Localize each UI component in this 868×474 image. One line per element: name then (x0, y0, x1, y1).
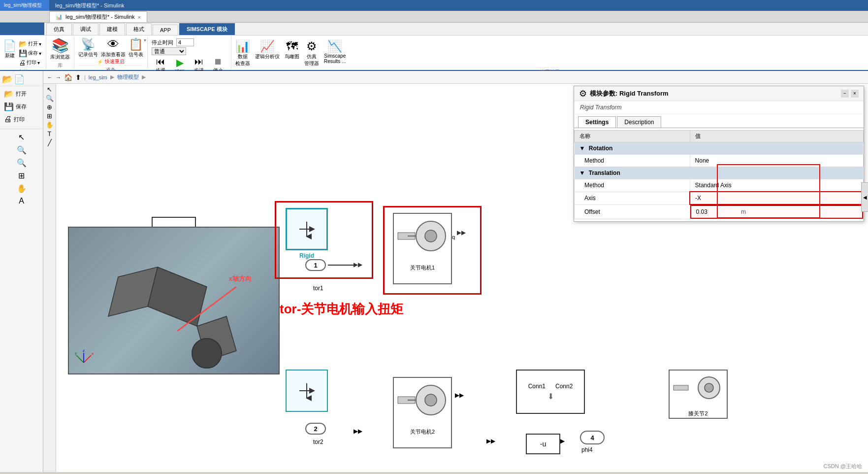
nav-home[interactable]: 🏠 (64, 73, 72, 81)
conn-block[interactable]: Conn1 Conn2 ⬇ (516, 370, 585, 414)
sidebar-file-open[interactable]: 📂打开 (0, 88, 43, 100)
home-area (0, 23, 44, 35)
rigid-block[interactable] (286, 208, 328, 250)
print-btn[interactable]: 🖨打印▾ (17, 58, 43, 67)
signal-table-btn[interactable]: 📋 信号表 ▾ (129, 37, 143, 58)
knee-label: 膝关节2 (670, 410, 727, 417)
save-btn[interactable]: 💾保存▾ (17, 49, 43, 58)
add-viewer-btn[interactable]: 👁 添加查看器 (101, 37, 126, 58)
circle-block-2[interactable]: 2 (305, 423, 326, 435)
x-axis-text: x轴方向 (229, 275, 252, 282)
knee-block[interactable]: 膝关节2 (669, 370, 728, 419)
library-browser-btn[interactable]: 📚 库浏览器 (50, 37, 70, 61)
tool-fit[interactable]: ⊞ (47, 112, 52, 120)
panel-collapse-handle[interactable]: ◀ (861, 182, 868, 212)
translation-axis-value[interactable]: -X (690, 192, 863, 204)
new-btn[interactable]: 📄 新建 (3, 39, 16, 59)
tool-hand[interactable]: ✋ (46, 121, 54, 129)
motor1-label: 关节电机1 (394, 263, 451, 272)
axis-value-text: -X (695, 195, 701, 202)
rotation-method-row: Method None (575, 155, 864, 167)
fit-tool[interactable]: ⊞ (0, 169, 43, 182)
panel-close-btn[interactable]: × (851, 90, 859, 98)
sidebar-new-btn[interactable]: 📄 (14, 74, 25, 85)
svg-line-12 (76, 355, 84, 363)
tab-simulation[interactable]: 仿真 (46, 23, 72, 35)
rotation-section-header[interactable]: ▼ Rotation (575, 142, 864, 155)
tab-close[interactable]: × (138, 14, 141, 20)
tab-app[interactable]: APP (153, 25, 178, 35)
tor1-label: tor1 (313, 285, 323, 292)
sidebar-file-print[interactable]: 🖨打印 (0, 113, 43, 125)
motor-block-2[interactable]: 关节电机2 (393, 377, 452, 448)
connector-1-motor (328, 265, 357, 266)
double-arrow-after-motor1: ▶▶ (457, 229, 466, 236)
tab-modeling[interactable]: 建模 (99, 23, 125, 35)
zoom-in-tool[interactable]: 🔍 (0, 144, 43, 156)
motor2-label: 关节电机2 (394, 427, 451, 437)
open-btn[interactable]: 📂打开▾ (17, 39, 43, 48)
zoom-out-tool[interactable]: 🔍 (0, 157, 43, 169)
text-tool[interactable]: A (0, 195, 43, 207)
translation-offset-value[interactable]: 0.03 m (690, 205, 863, 219)
fast-restart-btn[interactable]: ⚡快速重启 (97, 58, 125, 65)
svg-point-3 (425, 230, 437, 242)
panel-subtitle: Rigid Transform (574, 101, 864, 114)
coord-indicator: x y z (74, 348, 94, 369)
document-tabs: 📊 leg_sim/物理模型* - Simulink × (0, 11, 868, 23)
mode-select[interactable]: 普通 (152, 47, 186, 55)
tool-arrow[interactable]: ↖ (47, 86, 52, 93)
conn-block-arrow: ⬇ (547, 392, 554, 401)
panel-table-container: 名称 值 ▼ Rotation (574, 128, 864, 221)
breadcrumb-model[interactable]: 物理模型 (117, 73, 139, 81)
record-signal-btn[interactable]: 📡 记录信号 (78, 37, 98, 58)
panel-tab-settings[interactable]: Settings (578, 116, 616, 128)
panel-minimize-btn[interactable]: − (841, 90, 849, 98)
motor-block-1[interactable]: 关节电机1 (393, 213, 452, 284)
translation-header-text: Translation (589, 169, 620, 176)
tab-format[interactable]: 格式 (126, 23, 152, 35)
bird-view-btn[interactable]: 🗺 鸟瞰图 (285, 39, 299, 60)
breadcrumb-legsim[interactable]: leg_sim (89, 74, 107, 80)
stop-time-input[interactable] (176, 38, 194, 46)
nav-back[interactable]: ← (47, 74, 53, 80)
rigid-label[interactable]: Rigid (299, 252, 314, 259)
col-value: 值 (690, 131, 863, 142)
sidebar-file-save[interactable]: 💾保存 (0, 101, 43, 113)
circle-2-label: 2 (314, 425, 317, 433)
simscape-results-btn[interactable]: 📉 SimscapeResults ... (324, 39, 346, 64)
active-tab[interactable]: 📊 leg_sim/物理模型* - Simulink × (49, 11, 147, 22)
svg-point-24 (705, 383, 713, 392)
sidebar-open-btn[interactable]: 📂 (2, 74, 13, 85)
tool-line[interactable]: ╱ (48, 139, 52, 146)
panel-subtitle-text: Rigid Transform (580, 104, 621, 111)
tool-zoom-out[interactable]: ⊕ (47, 103, 52, 111)
nav-up[interactable]: ⬆ (75, 73, 81, 81)
tool-zoom-in[interactable]: 🔍 (46, 95, 54, 102)
tab-simscape[interactable]: SIMSCAPE 模块 (179, 23, 235, 35)
offset-value-text: 0.03 (696, 208, 707, 215)
circle-block-1[interactable]: 1 (305, 259, 326, 271)
panel-tabs: Settings Description (574, 114, 864, 128)
translation-section-header[interactable]: ▼ Translation (575, 167, 864, 179)
ribbon-tabs: 仿真 调试 建模 格式 APP SIMSCAPE 模块 (0, 23, 868, 35)
translation-toggle: ▼ (579, 169, 585, 176)
svg-point-8 (192, 339, 222, 368)
phi4-block[interactable]: 4 (580, 431, 605, 444)
tab-debug[interactable]: 调试 (73, 23, 98, 35)
pointer-tool[interactable]: ↖ (0, 131, 43, 143)
tool-text[interactable]: T (48, 130, 52, 137)
rotation-method-value: None (690, 155, 863, 167)
simulink-canvas[interactable]: ↖ 🔍 ⊕ ⊞ ✋ T ╱ f(x) = 0 (43, 84, 868, 472)
ribbon-group-library: 📚 库浏览器 库 (46, 36, 74, 69)
logic-analyzer-btn[interactable]: 📈 逻辑分析仪 (255, 39, 280, 60)
data-inspector-btn[interactable]: 📊 数据检查器 (235, 39, 250, 67)
panel-tab-description[interactable]: Description (617, 116, 661, 128)
neg-u-block[interactable]: -u (526, 434, 560, 454)
nav-forward[interactable]: → (56, 74, 61, 80)
hand-tool[interactable]: ✋ (0, 182, 43, 195)
sim-manager-btn[interactable]: ⚙ 仿真管理器 (304, 39, 319, 67)
svg-text:y: y (75, 351, 77, 355)
conn-block-labels: Conn1 Conn2 (528, 383, 573, 390)
rigid-block-2[interactable] (286, 370, 328, 412)
